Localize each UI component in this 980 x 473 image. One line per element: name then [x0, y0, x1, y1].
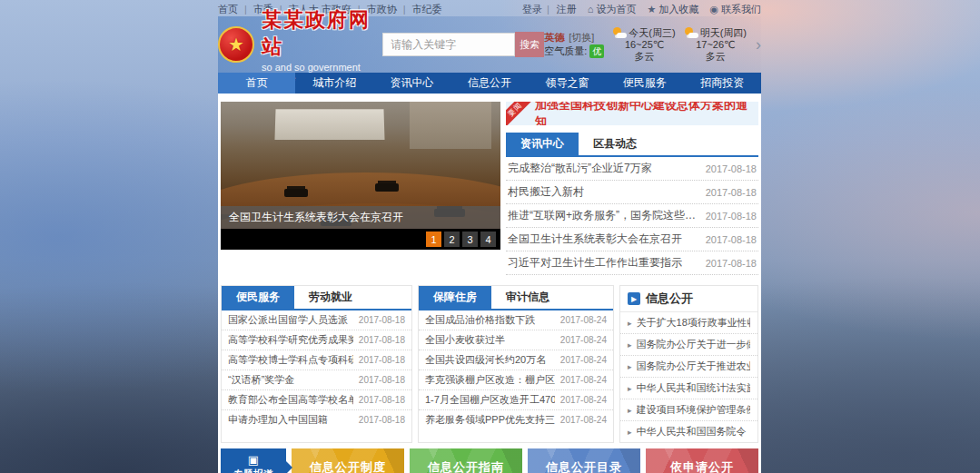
content-area: 全国卫生计生系统表彰大会在京召开 1234 要闻 加强全国科技创新中心建设总体方… [218, 94, 761, 473]
list-item-title: 中华人民共和国国务院令 [637, 425, 747, 439]
contact-link[interactable]: ◉ 联系我们 [709, 3, 761, 16]
headline-ribbon: 要闻 [506, 102, 536, 125]
list-item-title: 建设项目环境保护管理条例 [637, 403, 750, 417]
news-list-item[interactable]: 村民搬迁入新村 2017-08-18 [506, 181, 758, 204]
main-nav: 首页城市介绍资讯中心信息公开领导之窗便民服务招商投资 [218, 73, 761, 94]
city-switch-link[interactable]: [切换] [569, 32, 594, 43]
list-item[interactable]: 高等学校科学研究优秀成果奖（科学技术） 2017-08-18 [222, 330, 411, 350]
list-item[interactable]: 全国共设四级河长约20万名 2017-08-24 [419, 350, 613, 370]
list-item[interactable]: ▸ 国务院办公厅关于推进农业水价 综合改 [620, 356, 757, 378]
news-tab[interactable]: 区县动态 [579, 133, 651, 155]
panel-c-title: 信息公开 [646, 291, 693, 307]
panel-tab[interactable]: 保障住房 [419, 286, 491, 309]
panel-info-disclosure: ▶ 信息公开 ▸ 关于扩大18项行政事业性收费免征范围 ▸ 国务院办公厅关于进一… [619, 285, 758, 443]
headline-text: 加强全国科技创新中心建设总体方案的通知 [535, 102, 758, 125]
list-item-title: 全国共设四级河长约20万名 [425, 353, 546, 367]
list-item-date: 2017-08-24 [560, 315, 607, 325]
list-item-date: 2017-08-18 [359, 415, 405, 425]
list-item-title: 1-7月全国棚户区改造开工470万套 [425, 393, 555, 407]
weather-more-chevron-icon[interactable]: › [756, 36, 761, 53]
login-link[interactable]: 登录 [522, 4, 554, 15]
panel-tab[interactable]: 劳动就业 [294, 286, 367, 309]
nav-item[interactable]: 便民服务 [606, 73, 683, 94]
location-pin-icon: ◉ [709, 4, 718, 15]
news-item-title: 推进“互联网+政务服务”，国务院这些举措 [508, 208, 698, 223]
list-item[interactable]: 李克强谈棚户区改造：棚户区是 历史欠账。 2017-08-24 [419, 370, 613, 390]
news-list-item[interactable]: 推进“互联网+政务服务”，国务院这些举措 2017-08-18 [506, 204, 758, 228]
air-quality-label: 空气质量: [544, 45, 587, 56]
nav-item[interactable]: 首页 [218, 73, 295, 94]
register-link[interactable]: 注册 [557, 4, 577, 15]
panel-c-header: ▶ 信息公开 [620, 286, 757, 312]
list-item-title: 高等学校博士学科点专项科研基金申请 [228, 353, 353, 367]
news-item-title: 完成整治“散乱污”企业近7万家 [508, 161, 652, 176]
news-item-date: 2017-08-18 [706, 211, 757, 222]
weather-temp: 16~25℃ [613, 39, 675, 51]
banner-button[interactable]: 信息公开制度 [292, 448, 404, 473]
nav-item[interactable]: 城市介绍 [295, 73, 372, 94]
weather-day-name: 今天(周三) [629, 27, 675, 39]
list-item-title: 中华人民共和国统计法实施条例 [637, 381, 750, 395]
list-item[interactable]: ▸ 中华人民共和国国务院令 [620, 421, 757, 442]
list-item[interactable]: 全国成品油价格指数下跌 2017-08-24 [419, 310, 613, 330]
list-item[interactable]: 全国小麦收获过半 2017-08-24 [419, 330, 613, 350]
list-item[interactable]: ▸ 国务院办公厅关于进一步做好 民间投资 [620, 334, 757, 356]
list-item[interactable]: 教育部公布全国高等学校名单（最新） 2017-08-18 [222, 390, 411, 410]
list-item-date: 2017-08-18 [359, 335, 405, 345]
carousel-page-button[interactable]: 1 [426, 232, 441, 247]
list-item-date: 2017-08-24 [560, 415, 607, 425]
list-item[interactable]: 国家公派出国留学人员选派 2017-08-18 [222, 310, 411, 330]
news-list-item[interactable]: 习近平对卫生计生工作作出重要指示 2017-08-18 [506, 251, 758, 275]
list-item[interactable]: ▸ 建设项目环境保护管理条例 [620, 399, 757, 421]
set-home-link[interactable]: ⌂ 设为首页 [588, 3, 637, 16]
search-input[interactable] [382, 33, 515, 56]
carousel-page-button[interactable]: 4 [480, 232, 496, 247]
weather-day-name: 明天(周四) [700, 27, 747, 39]
search-button[interactable]: 搜索 [515, 32, 544, 57]
banner-special-report[interactable]: ▣ 专题报道 [221, 448, 286, 473]
play-arrow-icon: ▶ [628, 292, 640, 305]
emblem-star-icon: ★ [228, 35, 244, 54]
topbar-link[interactable]: 市纪委 [412, 3, 442, 16]
list-item[interactable]: ▸ 关于扩大18项行政事业性收费免征范围 [620, 312, 757, 334]
headline-banner[interactable]: 要闻 加强全国科技创新中心建设总体方案的通知 [506, 102, 758, 125]
carousel[interactable]: 全国卫生计生系统表彰大会在京召开 1234 [221, 102, 500, 250]
news-item-date: 2017-08-18 [706, 234, 757, 245]
list-item-title: 全国成品油价格指数下跌 [425, 313, 535, 327]
set-home-label: 设为首页 [597, 3, 637, 16]
news-tab[interactable]: 资讯中心 [506, 133, 579, 155]
nav-item[interactable]: 信息公开 [450, 73, 528, 94]
list-item[interactable]: “汉语桥”奖学金 2017-08-18 [222, 370, 411, 390]
banner-button[interactable]: 信息公开指南 [410, 448, 522, 473]
panel-tab[interactable]: 便民服务 [222, 286, 294, 309]
row-middle: 便民服务劳动就业 国家公派出国留学人员选派 2017-08-18 高等学校科学研… [221, 285, 758, 443]
carousel-page-button[interactable]: 2 [444, 232, 460, 247]
list-item[interactable]: 申请办理加入中国国籍 2017-08-18 [222, 410, 411, 429]
carousel-photo-mic [375, 183, 399, 192]
carousel-page-button[interactable]: 3 [462, 232, 478, 247]
panel-tab[interactable]: 审计信息 [491, 286, 564, 309]
report-icon: ▣ [248, 454, 259, 466]
list-item[interactable]: 养老服务领域PPP优先支持三大板块 2017-08-24 [419, 410, 613, 429]
sun-cloud-icon [613, 27, 627, 38]
search-bar: 搜索 [382, 32, 544, 57]
list-item[interactable]: 高等学校博士学科点专项科研基金申请 2017-08-18 [222, 350, 411, 370]
news-list-item[interactable]: 全国卫生计生系统表彰大会在京召开 2017-08-18 [506, 228, 758, 251]
carousel-photo-screen [274, 109, 384, 140]
panel-convenience: 便民服务劳动就业 国家公派出国留学人员选派 2017-08-18 高等学校科学研… [221, 285, 412, 443]
bullet-arrow-icon: ▸ [628, 384, 632, 393]
banner-button[interactable]: 信息公开目录 [528, 448, 640, 473]
news-list-item[interactable]: 完成整治“散乱污”企业近7万家 2017-08-18 [506, 157, 758, 181]
news-item-date: 2017-08-18 [706, 187, 757, 198]
carousel-caption: 全国卫生计生系统表彰大会在京召开 [221, 206, 500, 229]
weather-days: 今天(周三) 16~25℃ 多云 明天(周四) 17~26℃ 多云 [613, 27, 747, 63]
nav-item[interactable]: 领导之窗 [529, 73, 606, 94]
favorite-link[interactable]: ★ 加入收藏 [648, 3, 699, 16]
carousel-photo-mic [284, 189, 308, 197]
list-item[interactable]: 1-7月全国棚户区改造开工470万套 2017-08-24 [419, 390, 613, 410]
nav-item[interactable]: 招商投资 [684, 73, 761, 94]
list-item[interactable]: ▸ 中华人民共和国统计法实施条例 [620, 378, 757, 399]
list-item-title: 国务院办公厅关于进一步做好 民间投资 [637, 338, 750, 351]
nav-item[interactable]: 资讯中心 [373, 73, 450, 94]
banner-button[interactable]: 依申请公开 [646, 448, 758, 473]
